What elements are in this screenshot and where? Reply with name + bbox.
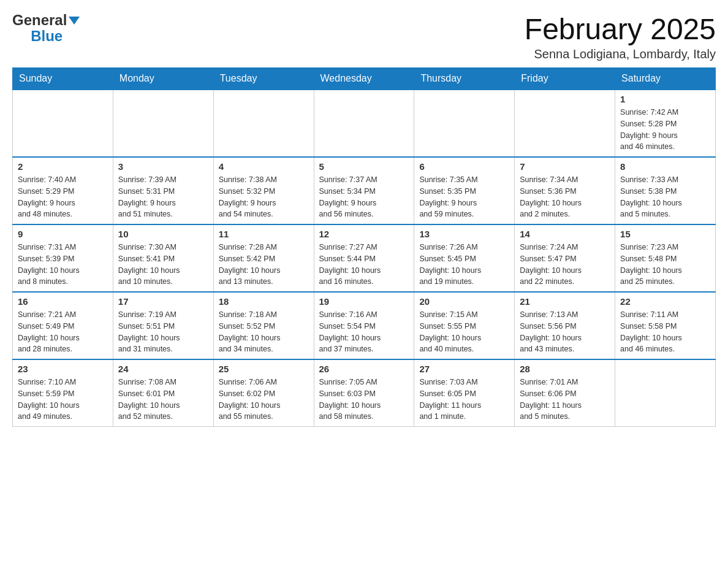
day-number: 20 (419, 296, 509, 307)
day-number: 7 (520, 161, 610, 172)
calendar-day-cell: 8Sunrise: 7:33 AM Sunset: 5:38 PM Daylig… (615, 157, 716, 224)
day-number: 18 (219, 296, 309, 307)
day-info: Sunrise: 7:24 AM Sunset: 5:47 PM Dayligh… (520, 242, 610, 288)
calendar-day-cell: 28Sunrise: 7:01 AM Sunset: 6:06 PM Dayli… (515, 359, 615, 427)
day-info: Sunrise: 7:18 AM Sunset: 5:52 PM Dayligh… (219, 309, 309, 355)
calendar-day-cell: 23Sunrise: 7:10 AM Sunset: 5:59 PM Dayli… (13, 359, 113, 427)
calendar-day-cell: 20Sunrise: 7:15 AM Sunset: 5:55 PM Dayli… (414, 292, 515, 359)
day-number: 8 (620, 161, 710, 172)
day-info: Sunrise: 7:05 AM Sunset: 6:03 PM Dayligh… (319, 377, 409, 423)
day-number: 17 (118, 296, 208, 307)
weekday-header-row: SundayMondayTuesdayWednesdayThursdayFrid… (13, 68, 716, 90)
day-number: 9 (18, 229, 108, 239)
calendar-week-row: 2Sunrise: 7:40 AM Sunset: 5:29 PM Daylig… (13, 157, 716, 224)
day-info: Sunrise: 7:13 AM Sunset: 5:56 PM Dayligh… (520, 309, 610, 355)
calendar-empty-cell (13, 90, 113, 157)
day-info: Sunrise: 7:38 AM Sunset: 5:32 PM Dayligh… (219, 174, 309, 220)
calendar-day-cell: 25Sunrise: 7:06 AM Sunset: 6:02 PM Dayli… (213, 359, 314, 427)
day-number: 2 (18, 161, 108, 172)
day-number: 1 (620, 94, 710, 104)
weekday-header-saturday: Saturday (615, 68, 716, 90)
calendar-day-cell: 17Sunrise: 7:19 AM Sunset: 5:51 PM Dayli… (113, 292, 213, 359)
day-number: 4 (219, 161, 309, 172)
calendar-day-cell: 5Sunrise: 7:37 AM Sunset: 5:34 PM Daylig… (314, 157, 414, 224)
calendar-day-cell: 14Sunrise: 7:24 AM Sunset: 5:47 PM Dayli… (515, 224, 615, 292)
location: Senna Lodigiana, Lombardy, Italy (525, 47, 716, 61)
calendar-day-cell: 21Sunrise: 7:13 AM Sunset: 5:56 PM Dayli… (515, 292, 615, 359)
calendar-week-row: 23Sunrise: 7:10 AM Sunset: 5:59 PM Dayli… (13, 359, 716, 427)
logo-text-black: General (12, 12, 67, 28)
calendar-day-cell: 24Sunrise: 7:08 AM Sunset: 6:01 PM Dayli… (113, 359, 213, 427)
calendar-day-cell: 16Sunrise: 7:21 AM Sunset: 5:49 PM Dayli… (13, 292, 113, 359)
day-number: 14 (520, 229, 610, 239)
day-number: 27 (419, 364, 509, 374)
day-number: 6 (419, 161, 509, 172)
day-info: Sunrise: 7:15 AM Sunset: 5:55 PM Dayligh… (419, 309, 509, 355)
calendar-day-cell: 15Sunrise: 7:23 AM Sunset: 5:48 PM Dayli… (615, 224, 716, 292)
calendar-table: SundayMondayTuesdayWednesdayThursdayFrid… (12, 67, 716, 427)
weekday-header-wednesday: Wednesday (314, 68, 414, 90)
calendar-day-cell: 27Sunrise: 7:03 AM Sunset: 6:05 PM Dayli… (414, 359, 515, 427)
day-info: Sunrise: 7:06 AM Sunset: 6:02 PM Dayligh… (219, 377, 309, 423)
day-info: Sunrise: 7:40 AM Sunset: 5:29 PM Dayligh… (18, 174, 108, 220)
calendar-week-row: 9Sunrise: 7:31 AM Sunset: 5:39 PM Daylig… (13, 224, 716, 292)
page-header: General Blue February 2025 Senna Lodigia… (12, 12, 716, 61)
day-number: 26 (319, 364, 409, 374)
calendar-day-cell: 4Sunrise: 7:38 AM Sunset: 5:32 PM Daylig… (213, 157, 314, 224)
calendar-day-cell: 9Sunrise: 7:31 AM Sunset: 5:39 PM Daylig… (13, 224, 113, 292)
day-info: Sunrise: 7:23 AM Sunset: 5:48 PM Dayligh… (620, 242, 710, 288)
day-info: Sunrise: 7:21 AM Sunset: 5:49 PM Dayligh… (18, 309, 108, 355)
calendar-empty-cell (615, 359, 716, 427)
day-info: Sunrise: 7:31 AM Sunset: 5:39 PM Dayligh… (18, 242, 108, 288)
calendar-day-cell: 3Sunrise: 7:39 AM Sunset: 5:31 PM Daylig… (113, 157, 213, 224)
calendar-day-cell: 19Sunrise: 7:16 AM Sunset: 5:54 PM Dayli… (314, 292, 414, 359)
weekday-header-friday: Friday (515, 68, 615, 90)
day-info: Sunrise: 7:26 AM Sunset: 5:45 PM Dayligh… (419, 242, 509, 288)
day-number: 16 (18, 296, 108, 307)
logo: General Blue (12, 12, 80, 45)
calendar-day-cell: 13Sunrise: 7:26 AM Sunset: 5:45 PM Dayli… (414, 224, 515, 292)
day-info: Sunrise: 7:34 AM Sunset: 5:36 PM Dayligh… (520, 174, 610, 220)
weekday-header-thursday: Thursday (414, 68, 515, 90)
calendar-day-cell: 1Sunrise: 7:42 AM Sunset: 5:28 PM Daylig… (615, 90, 716, 157)
day-number: 23 (18, 364, 108, 374)
day-info: Sunrise: 7:30 AM Sunset: 5:41 PM Dayligh… (118, 242, 208, 288)
month-title: February 2025 (525, 12, 716, 46)
calendar-day-cell: 26Sunrise: 7:05 AM Sunset: 6:03 PM Dayli… (314, 359, 414, 427)
day-number: 15 (620, 229, 710, 239)
day-info: Sunrise: 7:16 AM Sunset: 5:54 PM Dayligh… (319, 309, 409, 355)
day-info: Sunrise: 7:37 AM Sunset: 5:34 PM Dayligh… (319, 174, 409, 220)
weekday-header-monday: Monday (113, 68, 213, 90)
calendar-empty-cell (213, 90, 314, 157)
day-info: Sunrise: 7:08 AM Sunset: 6:01 PM Dayligh… (118, 377, 208, 423)
calendar-day-cell: 7Sunrise: 7:34 AM Sunset: 5:36 PM Daylig… (515, 157, 615, 224)
day-number: 22 (620, 296, 710, 307)
calendar-empty-cell (113, 90, 213, 157)
calendar-day-cell: 6Sunrise: 7:35 AM Sunset: 5:35 PM Daylig… (414, 157, 515, 224)
day-number: 19 (319, 296, 409, 307)
day-number: 25 (219, 364, 309, 374)
day-number: 12 (319, 229, 409, 239)
day-info: Sunrise: 7:39 AM Sunset: 5:31 PM Dayligh… (118, 174, 208, 220)
calendar-week-row: 1Sunrise: 7:42 AM Sunset: 5:28 PM Daylig… (13, 90, 716, 157)
calendar-week-row: 16Sunrise: 7:21 AM Sunset: 5:49 PM Dayli… (13, 292, 716, 359)
day-info: Sunrise: 7:01 AM Sunset: 6:06 PM Dayligh… (520, 377, 610, 423)
day-number: 21 (520, 296, 610, 307)
weekday-header-tuesday: Tuesday (213, 68, 314, 90)
day-number: 11 (219, 229, 309, 239)
day-info: Sunrise: 7:42 AM Sunset: 5:28 PM Dayligh… (620, 107, 710, 153)
day-info: Sunrise: 7:10 AM Sunset: 5:59 PM Dayligh… (18, 377, 108, 423)
day-number: 28 (520, 364, 610, 374)
calendar-day-cell: 10Sunrise: 7:30 AM Sunset: 5:41 PM Dayli… (113, 224, 213, 292)
calendar-day-cell: 2Sunrise: 7:40 AM Sunset: 5:29 PM Daylig… (13, 157, 113, 224)
day-info: Sunrise: 7:28 AM Sunset: 5:42 PM Dayligh… (219, 242, 309, 288)
day-info: Sunrise: 7:11 AM Sunset: 5:58 PM Dayligh… (620, 309, 710, 355)
logo-triangle-icon (69, 17, 80, 25)
calendar-day-cell: 11Sunrise: 7:28 AM Sunset: 5:42 PM Dayli… (213, 224, 314, 292)
day-info: Sunrise: 7:03 AM Sunset: 6:05 PM Dayligh… (419, 377, 509, 423)
calendar-empty-cell (515, 90, 615, 157)
calendar-empty-cell (314, 90, 414, 157)
title-block: February 2025 Senna Lodigiana, Lombardy,… (525, 12, 716, 61)
day-number: 5 (319, 161, 409, 172)
day-number: 3 (118, 161, 208, 172)
